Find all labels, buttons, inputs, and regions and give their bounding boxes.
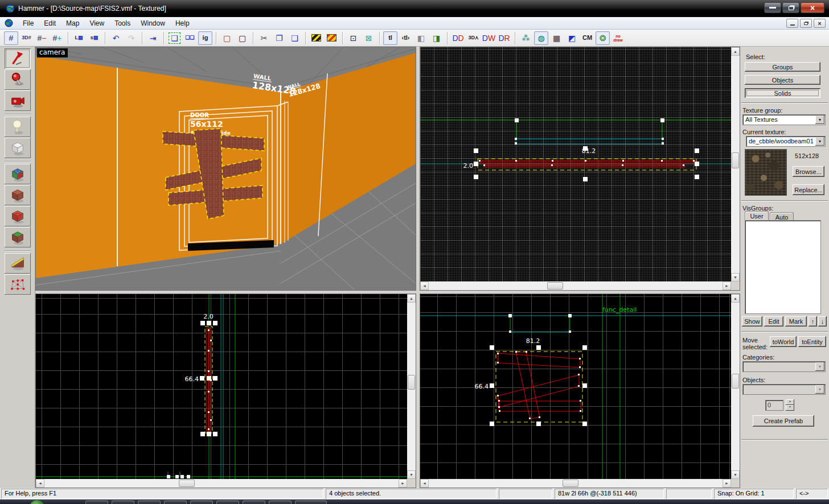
to-entity-button[interactable]: toEntity [798, 336, 826, 347]
paste-icon[interactable]: ❑ [288, 31, 302, 45]
toggle-model-fade-icon[interactable]: ◩ [565, 31, 579, 45]
toggle-dr-icon[interactable]: DR [497, 31, 511, 45]
create-prefab-button[interactable]: Create Prefab [753, 415, 814, 427]
toggle-models-icon[interactable]: ◍ [534, 31, 548, 45]
block-tool[interactable] [5, 138, 31, 158]
menu-edit[interactable]: Edit [39, 18, 61, 29]
entity-tool[interactable] [5, 117, 31, 137]
copy-icon[interactable]: ❐ [272, 31, 286, 45]
close-button[interactable]: × [801, 2, 824, 13]
toggle-cordon-icon[interactable]: ⇥ [146, 31, 160, 45]
visgroups-list[interactable] [745, 220, 821, 314]
hide-unselected-icon[interactable]: ▢ [235, 31, 249, 45]
save-window-state-icon[interactable]: s▤ [87, 31, 101, 45]
menu-help[interactable]: Help [170, 18, 195, 29]
minimize-button[interactable] [764, 2, 781, 13]
categories-dropdown[interactable]: ▼ [742, 361, 826, 372]
larger-grid-icon[interactable]: #+ [50, 31, 64, 45]
toggle-collision-model-icon[interactable]: CM [580, 31, 594, 45]
vertex-tool[interactable] [5, 274, 31, 295]
flip-horizontal-icon[interactable]: ◧ [414, 31, 428, 45]
to-world-button[interactable]: toWorld [770, 336, 797, 347]
select-solids-button[interactable]: Solids [745, 88, 820, 98]
texture-group-dropdown[interactable]: All Textures ▼ [742, 114, 826, 125]
carve-icon[interactable] [309, 31, 323, 45]
apply-current-texture[interactable] [5, 185, 31, 205]
load-window-state-icon[interactable]: L▤ [72, 31, 86, 45]
mdi-minimize-button[interactable] [786, 19, 798, 28]
menu-map[interactable]: Map [61, 18, 84, 29]
prefab-count-spinner[interactable]: ▲ ▼ [786, 399, 794, 411]
redo-icon[interactable]: ↷ [124, 31, 138, 45]
ignore-groups-icon[interactable]: ig [198, 31, 212, 45]
viewport-2d-front[interactable]: func_detail [420, 294, 740, 488]
viewport-2d-front-canvas[interactable]: func_detail [420, 294, 731, 479]
undo-icon[interactable]: ↶ [109, 31, 123, 45]
menu-window[interactable]: Window [136, 18, 170, 29]
hscrollbar-side-view[interactable]: ◄► [36, 479, 407, 488]
spray-paint-icon[interactable]: ⁂ [519, 31, 533, 45]
restore-button[interactable] [782, 2, 799, 13]
visgroup-edit-button[interactable]: Edit [764, 316, 783, 327]
apply-decals[interactable] [5, 206, 31, 226]
viewport-3d[interactable]: WALL 128x128 WALL 128x128 DOOR [35, 47, 416, 291]
toggle-3d-grid-icon[interactable]: 3D# [19, 31, 34, 45]
viewport-2d-side[interactable]: 2.0 66.4 ▲▼ ◄► [35, 294, 416, 488]
magnify-tool[interactable] [5, 69, 31, 90]
hide-selected-icon[interactable]: ▢ [220, 31, 234, 45]
spinner-down-icon[interactable]: ▼ [786, 405, 794, 411]
smaller-grid-icon[interactable]: #− [35, 31, 49, 45]
toggle-grid-icon[interactable]: # [4, 31, 18, 45]
texture-scale-lock-icon[interactable]: ‹tl› [399, 31, 413, 45]
overlay-tool[interactable] [5, 227, 31, 247]
selection-mode-icon[interactable]: ⊠ [362, 31, 376, 45]
visgroup-show-button[interactable]: Show [742, 316, 762, 327]
selection-tool[interactable] [5, 48, 31, 69]
texture-application-tool[interactable] [5, 164, 31, 184]
toggle-3d-lambda-icon[interactable]: 3D⋏ [466, 31, 481, 45]
visgroup-mark-button[interactable]: Mark [785, 316, 807, 327]
browse-button[interactable]: Browse... [793, 166, 824, 177]
group-selection-icon[interactable]: ⊡ [346, 31, 360, 45]
viewport-3d-canvas[interactable]: WALL 128x128 WALL 128x128 DOOR [36, 47, 416, 290]
guide-handles[interactable] [508, 314, 572, 333]
windows-taskbar[interactable] [0, 499, 829, 504]
guide-handles[interactable] [515, 118, 664, 144]
objects-dropdown[interactable]: ▼ [742, 384, 826, 395]
vscrollbar-front-view[interactable]: ▲▼ [731, 294, 740, 479]
toggle-detail-props-icon[interactable]: ❂ [596, 31, 610, 45]
select-objects-button[interactable]: Objects [745, 75, 820, 85]
texture-lock-icon[interactable]: tl [383, 31, 397, 45]
flip-vertical-icon[interactable]: ◨ [429, 31, 444, 45]
ungroup-objects-icon[interactable]: ❏❏ [183, 31, 197, 45]
viewport-2d-top[interactable]: 2.0 81.2 ▲▼ ◄► [420, 47, 740, 291]
mdi-restore-button[interactable] [800, 19, 812, 28]
tab-auto[interactable]: Auto [770, 212, 794, 221]
vscrollbar-top-view[interactable]: ▲▼ [731, 47, 740, 282]
hscrollbar-front-view[interactable]: ◄► [420, 479, 731, 488]
current-texture-dropdown[interactable]: de_cbble/woodbeam01 ▼ [746, 136, 826, 147]
camera-tool[interactable] [5, 90, 31, 111]
replace-button[interactable]: Replace... [793, 184, 824, 195]
move-down-button[interactable]: ↓ [818, 316, 827, 327]
chevron-down-icon[interactable]: ▼ [815, 137, 824, 146]
tab-user[interactable]: User [745, 211, 769, 221]
prefab-count-input[interactable]: 0 [765, 400, 783, 411]
select-groups-button[interactable]: Groups [745, 62, 820, 72]
clipping-tool[interactable] [5, 253, 31, 274]
menu-view[interactable]: View [84, 18, 109, 29]
toggle-dw-icon[interactable]: DW [482, 31, 496, 45]
menu-tools[interactable]: Tools [109, 18, 136, 29]
toggle-model-animation-icon[interactable]: ▦ [549, 31, 564, 45]
vscrollbar-side-view[interactable]: ▲▼ [407, 294, 416, 479]
viewport-2d-side-canvas[interactable]: 2.0 66.4 [36, 294, 407, 479]
make-hollow-icon[interactable] [325, 31, 339, 45]
hscrollbar-top-view[interactable]: ◄► [420, 282, 731, 290]
group-objects-icon[interactable]: ❏ [167, 31, 182, 45]
toggle-dotted-grid-icon[interactable]: DD [451, 31, 465, 45]
cut-icon[interactable]: ✂ [257, 31, 271, 45]
move-up-button[interactable]: ↑ [809, 316, 817, 327]
viewport-2d-top-canvas[interactable]: 2.0 81.2 [420, 47, 731, 282]
spinner-up-icon[interactable]: ▲ [786, 399, 794, 405]
menu-file[interactable]: File [18, 18, 39, 29]
